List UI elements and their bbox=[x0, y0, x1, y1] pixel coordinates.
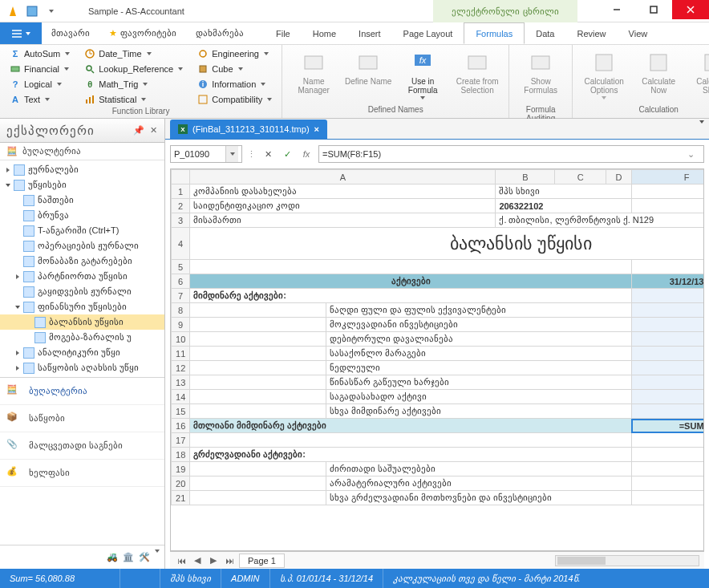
box-icon: 📦 bbox=[6, 412, 22, 426]
tree-node-turnover[interactable]: ბრუნვა bbox=[0, 208, 164, 223]
cat-consumables[interactable]: 📎მალცვეთადი საგნები bbox=[0, 432, 164, 460]
btn-use-in-formula[interactable]: fxUse in Formula bbox=[398, 47, 448, 99]
tab-home[interactable]: Home bbox=[302, 22, 347, 44]
tree-node-balances[interactable]: ნაშთები bbox=[0, 193, 164, 208]
tree-node-partners[interactable]: პარტნიორთა უწყისი bbox=[0, 269, 164, 284]
cat-salary[interactable]: 💰ხელფასი bbox=[0, 460, 164, 487]
btn-calc-now[interactable]: Calculate Now bbox=[634, 47, 683, 95]
tools-icon[interactable]: 🛠️ bbox=[139, 552, 150, 562]
btn-calc-sheet[interactable]: Calculate Sheet bbox=[688, 47, 709, 95]
explorer-footer: 🚜 🏛️ 🛠️ bbox=[0, 545, 164, 569]
abacus-icon: 🧮 bbox=[6, 384, 22, 399]
name-box[interactable]: P_01090 bbox=[170, 145, 242, 163]
minimize-button[interactable] bbox=[598, 0, 635, 19]
col-header-A[interactable]: A bbox=[190, 170, 496, 185]
close-button[interactable] bbox=[672, 0, 709, 19]
btn-compatibility[interactable]: Compatibility bbox=[194, 92, 275, 107]
nav-last-icon[interactable]: ⏭ bbox=[223, 554, 236, 567]
tree-node-financial[interactable]: ფინანსური უწყისები bbox=[0, 299, 164, 314]
nav-next-icon[interactable]: ▶ bbox=[207, 554, 220, 567]
svg-point-13 bbox=[87, 66, 91, 71]
col-header-B[interactable]: B bbox=[496, 170, 555, 185]
forklift-icon[interactable]: 🚜 bbox=[107, 552, 118, 562]
btn-logical[interactable]: ?Logical bbox=[6, 77, 73, 91]
cat-accounting[interactable]: 🧮ბუღალტერია bbox=[0, 378, 164, 405]
tab-review[interactable]: Review bbox=[565, 22, 617, 44]
search-icon bbox=[84, 63, 95, 75]
table-row: 9მოკლევადიანი ინვესტიციები bbox=[172, 318, 705, 332]
tree-node-analytical[interactable]: ანალიტიკური უწყი bbox=[0, 345, 164, 360]
file-menu-button[interactable] bbox=[0, 22, 42, 44]
btn-show-formulas[interactable]: Show Formulas bbox=[516, 47, 565, 95]
cancel-formula-button[interactable]: ✕ bbox=[261, 145, 275, 163]
explorer-header: ექსპლორერი 📌 ✕ bbox=[0, 119, 164, 143]
select-all-corner[interactable] bbox=[172, 170, 190, 185]
tab-pagelayout[interactable]: Page Layout bbox=[392, 22, 464, 44]
svg-rect-30 bbox=[705, 55, 709, 71]
tree-node-journals[interactable]: ჟურნალები bbox=[0, 162, 164, 177]
btn-calc-options[interactable]: Calculation Options bbox=[579, 47, 629, 99]
btn-lookup[interactable]: Lookup_Reference bbox=[81, 62, 186, 76]
formula-input[interactable]: =SUM(F8:F15)⌄ bbox=[318, 145, 704, 163]
active-cell[interactable]: =SUM(F8:F15) bbox=[631, 419, 704, 433]
tab-data[interactable]: Data bbox=[525, 22, 565, 44]
btn-financial[interactable]: Financial bbox=[6, 62, 73, 76]
nav-prev-icon[interactable]: ◀ bbox=[191, 554, 204, 567]
spreadsheet-grid[interactable]: A B C D F G 1კომპანიის დასახელებაშპს სხი… bbox=[170, 168, 704, 551]
tree-node-balance-sheet[interactable]: ბალანსის უწყისი bbox=[0, 314, 164, 330]
table-row: 19ძირითადი საშუალებები5,446.55,590.7 bbox=[172, 462, 705, 476]
menu-favorites[interactable]: ★ფავორიტები bbox=[99, 22, 186, 44]
tab-view[interactable]: View bbox=[618, 22, 659, 44]
btn-define-name[interactable]: Define Name bbox=[343, 47, 393, 86]
tree-node-stock[interactable]: საწყობის აღახსის უწყი bbox=[0, 360, 164, 375]
tree-node-taccount[interactable]: T-ანგარიში (Ctrl+T) bbox=[0, 223, 164, 238]
formula-expand-icon[interactable]: ⌄ bbox=[687, 149, 700, 160]
tab-formulas[interactable]: Formulas bbox=[464, 22, 525, 44]
tree-node-reports[interactable]: უწყისები bbox=[0, 177, 164, 193]
btn-autosum[interactable]: ΣAutoSum bbox=[6, 47, 73, 61]
explorer-subheader[interactable]: 🧮 ბუღალტერია bbox=[0, 143, 164, 160]
explorer-tree: ჟურნალები უწყისები ნაშთები ბრუნვა T-ანგა… bbox=[0, 160, 164, 377]
col-header-F[interactable]: F bbox=[631, 170, 704, 185]
menu-main[interactable]: მთავარი bbox=[42, 22, 99, 44]
horizontal-scrollbar[interactable] bbox=[555, 555, 699, 566]
qat-dropdown-icon[interactable] bbox=[43, 3, 59, 19]
close-tab-icon[interactable]: × bbox=[314, 124, 319, 134]
btn-name-manager[interactable]: Name Manager bbox=[289, 47, 338, 95]
fx-button[interactable]: fx bbox=[299, 145, 314, 163]
table-row: 16მთლიანი მიმდინარე აქტივები=SUM(F8:F15)… bbox=[172, 419, 705, 433]
cat-warehouse[interactable]: 📦საწყობი bbox=[0, 405, 164, 432]
btn-information[interactable]: iInformation bbox=[194, 77, 275, 91]
tab-insert[interactable]: Insert bbox=[347, 22, 392, 44]
footer-expand-icon[interactable] bbox=[155, 553, 160, 562]
name-box-dropdown-icon[interactable] bbox=[225, 146, 238, 162]
col-header-C[interactable]: C bbox=[555, 170, 606, 185]
tree-node-sales[interactable]: გაყიდვების ჟურნალი bbox=[0, 284, 164, 299]
table-row: 5ერთი ლარი bbox=[172, 260, 705, 274]
btn-mathtrig[interactable]: θMath_Trig bbox=[81, 77, 186, 91]
sheet-tab[interactable]: Page 1 bbox=[239, 554, 285, 568]
document-tab[interactable]: X (FinBal_311213_310114.tmp) × bbox=[170, 120, 327, 139]
btn-cube[interactable]: Cube bbox=[194, 62, 275, 76]
btn-create-from-selection[interactable]: Create from Selection bbox=[452, 47, 502, 95]
app-icon[interactable] bbox=[5, 3, 21, 19]
btn-engineering[interactable]: Engineering bbox=[194, 47, 275, 61]
folder-icon bbox=[14, 164, 25, 176]
maximize-button[interactable] bbox=[635, 0, 672, 19]
accept-formula-button[interactable]: ✓ bbox=[280, 145, 294, 163]
col-header-D[interactable]: D bbox=[606, 170, 631, 185]
btn-datetime[interactable]: Date_Time bbox=[81, 47, 186, 61]
tab-file[interactable]: File bbox=[265, 22, 302, 44]
nav-first-icon[interactable]: ⏮ bbox=[175, 554, 188, 567]
tree-node-opsjournal[interactable]: ოპერაციების ჟურნალი bbox=[0, 238, 164, 253]
building-icon[interactable]: 🏛️ bbox=[123, 552, 134, 562]
tree-node-profit-loss[interactable]: მოგება-ზარალის უ bbox=[0, 330, 164, 345]
qat-save-icon[interactable] bbox=[24, 3, 40, 19]
tab-overflow-icon[interactable] bbox=[699, 124, 704, 133]
pin-icon[interactable]: 📌 bbox=[133, 125, 145, 136]
tree-node-monabazi[interactable]: მონაბაზი გატარებები bbox=[0, 253, 164, 269]
menu-help[interactable]: დახმარება bbox=[186, 22, 253, 44]
btn-statistical[interactable]: Statistical bbox=[81, 92, 186, 107]
btn-text[interactable]: AText bbox=[6, 92, 73, 107]
close-panel-icon[interactable]: ✕ bbox=[150, 125, 158, 136]
